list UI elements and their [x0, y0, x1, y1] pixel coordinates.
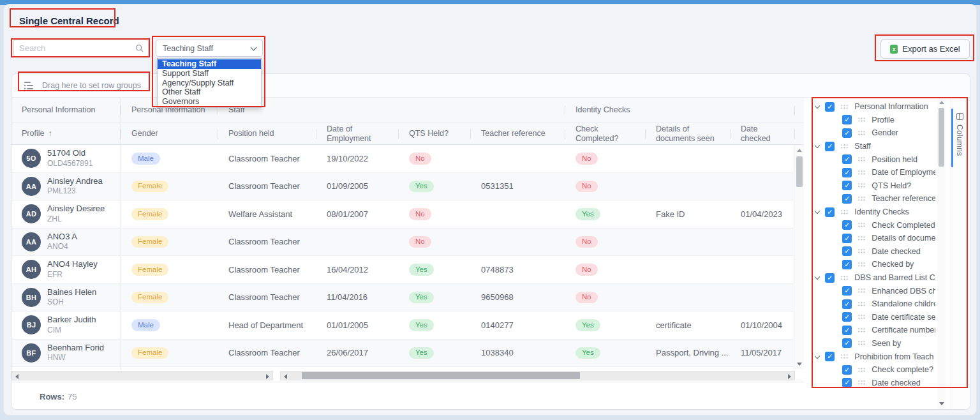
column-header-check[interactable]: Check Completed?: [565, 123, 646, 144]
drag-grip-icon[interactable]: [840, 209, 849, 215]
staff-type-select[interactable]: Teaching Staff: [156, 40, 263, 57]
column-header-ref[interactable]: Teacher reference: [471, 123, 565, 144]
chevron-expanded-icon[interactable]: [815, 143, 820, 148]
checkbox-checked[interactable]: ✓: [825, 207, 835, 217]
scroll-left-arrow[interactable]: [284, 374, 287, 379]
checkbox-checked[interactable]: ✓: [842, 194, 852, 204]
scroll-down-arrow[interactable]: [939, 402, 944, 405]
checkbox-checked[interactable]: ✓: [842, 326, 852, 335]
main-horizontal-scrollbar[interactable]: [280, 371, 795, 380]
drag-grip-icon[interactable]: [840, 354, 849, 359]
drag-grip-icon[interactable]: [858, 380, 866, 386]
checkbox-checked[interactable]: ✓: [842, 299, 852, 309]
column-header-details[interactable]: Details of documents seen: [646, 123, 731, 144]
checkbox-checked[interactable]: ✓: [842, 115, 852, 124]
horizontal-scroll-thumb[interactable]: [302, 372, 580, 379]
checkbox-checked[interactable]: ✓: [842, 128, 852, 138]
columns-panel-scrollbar[interactable]: [937, 98, 946, 410]
export-excel-button[interactable]: x Export as Excel: [880, 39, 970, 59]
table-row[interactable]: AAANO3 AANO4FemaleClassroom TeacherNoNo: [11, 229, 804, 257]
table-row[interactable]: BJBarker JudithCIMMaleHead of Department…: [11, 311, 804, 340]
drag-grip-icon[interactable]: [840, 144, 849, 149]
checkbox-checked[interactable]: ✓: [842, 234, 852, 243]
drag-grip-icon[interactable]: [858, 170, 866, 176]
table-row[interactable]: BHBaines HelenSOHFemaleClassroom Teacher…: [11, 284, 804, 312]
drag-grip-icon[interactable]: [840, 104, 849, 110]
checkbox-checked[interactable]: ✓: [842, 220, 852, 230]
drag-grip-icon[interactable]: [840, 275, 849, 281]
drag-grip-icon[interactable]: [858, 196, 866, 202]
scroll-up-arrow[interactable]: [797, 149, 802, 152]
vertical-scroll-thumb[interactable]: [796, 156, 803, 187]
dropdown-option[interactable]: Teaching Staff: [158, 59, 261, 69]
columns-panel-item-label: Teacher reference: [872, 194, 935, 203]
drag-grip-icon[interactable]: [858, 367, 866, 373]
scroll-right-arrow[interactable]: [788, 374, 791, 379]
cell-qts: Yes: [399, 173, 471, 200]
grid-vertical-scrollbar[interactable]: [794, 145, 804, 370]
chevron-expanded-icon[interactable]: [815, 103, 820, 109]
checkbox-checked[interactable]: ✓: [842, 365, 852, 375]
scroll-down-arrow[interactable]: [797, 363, 802, 366]
table-row[interactable]: AAAinsley AndreaPML123FemaleClassroom Te…: [11, 173, 804, 201]
checkbox-checked[interactable]: ✓: [842, 260, 852, 269]
search-input[interactable]: [14, 43, 135, 53]
drag-grip-icon[interactable]: [858, 314, 866, 320]
column-header-profile[interactable]: Profile↑: [11, 123, 121, 144]
chevron-expanded-icon[interactable]: [815, 353, 820, 358]
drag-grip-icon[interactable]: [858, 340, 866, 346]
profile-cell: BHBaines HelenSOH: [11, 284, 121, 311]
vertical-scroll-thumb[interactable]: [939, 108, 944, 167]
table-row[interactable]: AHANO4 HayleyEFRFemaleClassroom Teacher1…: [11, 256, 804, 284]
checkbox-checked[interactable]: ✓: [842, 378, 852, 387]
drag-grip-icon[interactable]: [858, 262, 866, 267]
checkbox-checked[interactable]: ✓: [842, 181, 852, 190]
column-header-doe[interactable]: Date of Employment: [316, 123, 399, 144]
checkbox-checked[interactable]: ✓: [825, 102, 835, 112]
cell-doe: 01/09/2005: [316, 173, 399, 200]
scroll-up-arrow[interactable]: [939, 101, 944, 104]
scroll-left-arrow[interactable]: [15, 374, 19, 379]
profile-name: 51704 OldOLD4567891: [47, 148, 93, 169]
scroll-right-arrow[interactable]: [266, 374, 269, 379]
drag-grip-icon[interactable]: [858, 222, 866, 228]
column-header-position[interactable]: Position held: [218, 123, 316, 144]
drag-grip-icon[interactable]: [858, 327, 866, 333]
checkbox-checked[interactable]: ✓: [825, 352, 835, 361]
checkbox-checked[interactable]: ✓: [825, 273, 835, 283]
row-group-panel[interactable]: Drag here to set row groups: [11, 74, 970, 98]
columns-panel-item: ✓Prohibition from Teach: [804, 350, 935, 363]
drag-grip-icon[interactable]: [858, 288, 866, 294]
drag-grip-icon[interactable]: [858, 301, 866, 307]
columns-panel-item-label: Certificate number: [872, 326, 935, 334]
table-row[interactable]: BFBeenham ForidHNWFemaleClassroom Teache…: [11, 340, 804, 368]
pinned-horizontal-scrollbar[interactable]: [11, 371, 273, 380]
drag-grip-icon[interactable]: [858, 117, 866, 123]
checkbox-checked[interactable]: ✓: [842, 246, 852, 256]
drag-grip-icon[interactable]: [858, 183, 866, 188]
checkbox-checked[interactable]: ✓: [842, 286, 852, 296]
dropdown-option[interactable]: Other Staff: [158, 87, 261, 97]
chevron-expanded-icon[interactable]: [815, 274, 820, 280]
table-row[interactable]: ADAinsley DesireeZHLFemaleWelfare Assist…: [11, 200, 804, 229]
table-row[interactable]: 5O51704 OldOLD4567891MaleClassroom Teach…: [11, 145, 804, 173]
cell-details: [646, 173, 731, 200]
profile-code-line: EFR: [47, 270, 98, 280]
drag-grip-icon[interactable]: [858, 156, 866, 162]
drag-grip-icon[interactable]: [858, 236, 866, 241]
checkbox-checked[interactable]: ✓: [842, 168, 852, 177]
dropdown-option[interactable]: Governors: [158, 97, 261, 107]
chevron-expanded-icon[interactable]: [815, 209, 820, 214]
checkbox-checked[interactable]: ✓: [842, 312, 852, 322]
dropdown-option[interactable]: Agency/Supply Staff: [158, 79, 261, 88]
checkbox-checked[interactable]: ✓: [842, 338, 852, 348]
checkbox-checked[interactable]: ✓: [825, 142, 835, 151]
checkbox-checked[interactable]: ✓: [842, 154, 852, 164]
column-header-gender[interactable]: Gender: [121, 123, 218, 144]
drag-grip-icon[interactable]: [858, 130, 866, 136]
column-header-date_checked[interactable]: Date checked: [731, 123, 795, 144]
tab-columns[interactable]: Columns: [955, 113, 964, 156]
drag-grip-icon[interactable]: [858, 248, 866, 254]
dropdown-option[interactable]: Support Staff: [158, 69, 261, 79]
column-header-qts[interactable]: QTS Held?: [399, 123, 471, 144]
